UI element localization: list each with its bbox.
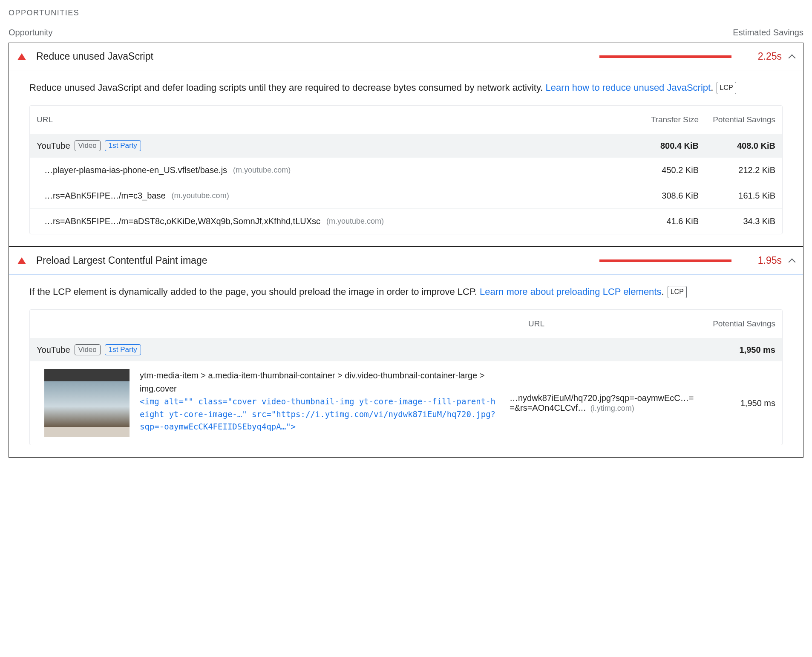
group-name: YouTube [37,345,70,355]
potential-savings: 1,950 ms [707,398,775,408]
savings-value: 1.95s [752,255,782,266]
col-header-opportunity: Opportunity [9,28,52,37]
savings-bar [599,259,731,262]
desc-text: Reduce unused JavaScript and defer loadi… [29,82,545,93]
opportunity-body: If the LCP element is dynamically added … [9,274,803,457]
transfer-size: 450.2 KiB [631,165,707,175]
col-header-potential-savings: Potential Savings [707,319,775,328]
table-head: URL Transfer Size Potential Savings [30,106,782,134]
potential-savings: 212.2 KiB [707,165,775,175]
url-path: …rs=ABnK5FIPE…/m=c3_base [44,191,166,201]
desc-suffix: . [711,82,713,93]
video-chip: Video [75,140,101,151]
table-row: …rs=ABnK5FIPE…/m=aDST8c,oKKiDe,W8Xq9b,So… [30,208,782,234]
transfer-size: 308.6 KiB [631,191,707,201]
table-header-row: Opportunity Estimated Savings [9,28,803,37]
lcp-badge: LCP [668,286,687,298]
url-origin: (i.ytimg.com) [590,404,634,412]
col-header-savings: Estimated Savings [733,28,803,37]
warning-triangle-icon [17,257,26,264]
details-table: URL Transfer Size Potential Savings YouT… [29,105,783,234]
transfer-size: 41.6 KiB [631,216,707,226]
element-selector-block: ytm-media-item > a.media-item-thumbnail-… [140,369,499,433]
element-selector: ytm-media-item > a.media-item-thumbnail-… [140,369,499,395]
opportunity-body: Reduce unused JavaScript and defer loadi… [9,70,803,246]
table-row: …player-plasma-ias-phone-en_US.vflset/ba… [30,157,782,183]
opportunity-card-preload-lcp: Preload Largest Contentful Paint image 1… [9,247,803,458]
warning-triangle-icon [17,53,26,60]
desc-suffix: . [661,286,664,297]
group-transfer: 800.4 KiB [631,141,707,151]
col-header-url: URL [37,115,631,124]
opportunity-description: If the LCP element is dynamically added … [29,285,783,299]
resource-url: …nydwk87iEuM/hq720.jpg?sqp=-oaymwEcC…==&… [510,393,697,413]
table-row: …rs=ABnK5FIPE…/m=c3_base (m.youtube.com)… [30,183,782,208]
opportunity-header[interactable]: Preload Largest Contentful Paint image 1… [9,247,803,274]
table-row: ytm-media-item > a.media-item-thumbnail-… [30,361,782,445]
group-savings: 1,950 ms [707,345,775,355]
savings-value: 2.25s [752,51,782,62]
potential-savings: 34.3 KiB [707,216,775,226]
first-party-chip: 1st Party [105,344,141,355]
group-row: YouTube Video 1st Party 1,950 ms [30,338,782,361]
first-party-chip: 1st Party [105,140,141,151]
col-header-url: URL [520,319,707,328]
url-path: …player-plasma-ias-phone-en_US.vflset/ba… [44,165,227,175]
savings-bar [599,55,731,58]
opportunity-description: Reduce unused JavaScript and defer loadi… [29,81,783,95]
learn-more-link[interactable]: Learn how to reduce unused JavaScript [545,82,711,93]
opportunity-card-reduce-unused-js: Reduce unused JavaScript 2.25s Reduce un… [9,43,803,247]
table-head: URL Potential Savings [30,310,782,338]
chevron-up-icon [789,54,796,61]
col-header-potential-savings: Potential Savings [707,115,775,124]
opportunity-title: Reduce unused JavaScript [36,51,599,62]
opportunity-header[interactable]: Reduce unused JavaScript 2.25s [9,43,803,70]
element-thumbnail [44,369,130,437]
url-path: …rs=ABnK5FIPE…/m=aDST8c,oKKiDe,W8Xq9b,So… [44,216,320,226]
group-row: YouTube Video 1st Party 800.4 KiB 408.0 … [30,134,782,157]
chevron-up-icon [789,258,796,265]
url-origin: (m.youtube.com) [172,191,229,200]
url-origin: (m.youtube.com) [326,217,384,226]
group-savings: 408.0 KiB [707,141,775,151]
element-snippet: <img alt="" class="cover video-thumbnail… [140,395,499,433]
potential-savings: 161.5 KiB [707,191,775,201]
learn-more-link[interactable]: Learn more about preloading LCP elements [480,286,661,297]
section-title: OPPORTUNITIES [9,9,803,17]
url-origin: (m.youtube.com) [233,166,291,175]
col-header-transfer: Transfer Size [631,115,707,124]
lcp-badge: LCP [717,82,736,94]
details-table: URL Potential Savings YouTube Video 1st … [29,309,783,445]
desc-text: If the LCP element is dynamically added … [29,286,480,297]
opportunity-title: Preload Largest Contentful Paint image [36,255,599,266]
video-chip: Video [75,344,101,355]
group-name: YouTube [37,141,70,151]
